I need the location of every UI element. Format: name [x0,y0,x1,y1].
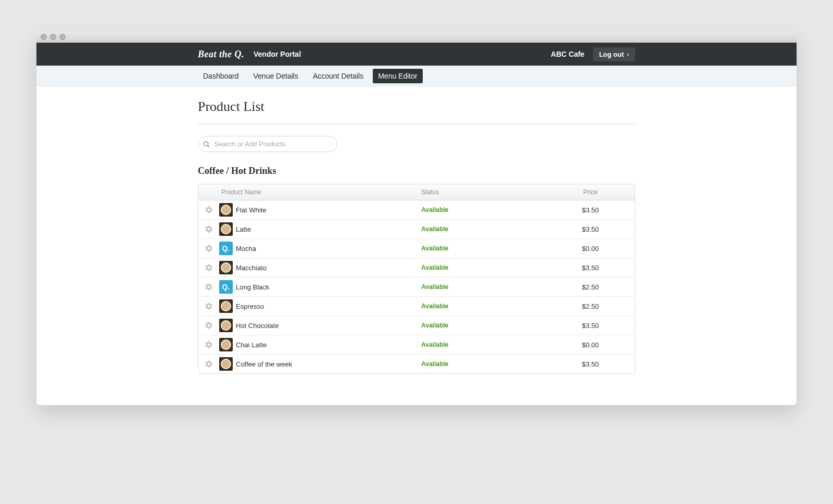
table-row[interactable]: EspressoAvailable$2.50 [198,297,635,316]
product-price: $3.50 [546,264,635,272]
table-row[interactable]: Q.MochaAvailable$0.00 [198,239,635,258]
gear-icon[interactable] [205,263,213,272]
product-price: $3.50 [546,360,635,368]
svg-line-1 [208,145,209,147]
table-row[interactable]: Chai LatteAvailable$0.00 [198,335,635,355]
logout-button[interactable]: Log out › [593,47,635,61]
table-row[interactable]: LatteAvailable$3.50 [198,220,635,239]
product-price: $3.50 [546,225,635,233]
product-name: Macchiato [236,264,267,272]
status-badge: Available [421,225,546,233]
nav-item-account-details[interactable]: Account Details [308,69,369,83]
status-badge: Available [421,245,546,252]
product-name: Long Black [236,283,269,291]
status-badge: Available [421,322,546,329]
header-product-name: Product Name [219,188,421,196]
search-input[interactable] [198,136,337,152]
svg-point-0 [204,142,208,146]
table-header: Product Name Status Price [198,184,635,200]
product-price: $0.00 [546,245,635,253]
main-content: Product List Coffee / Hot Drinks Product… [198,86,635,405]
gear-icon[interactable] [205,360,213,368]
nav-item-venue-details[interactable]: Venue Details [248,69,304,83]
nav-item-menu-editor[interactable]: Menu Editor [373,69,422,83]
product-thumbnail [219,338,233,351]
topbar: Beat the Q. Vendor Portal ABC Cafe Log o… [36,43,797,66]
status-badge: Available [421,303,546,310]
header-status: Status [421,188,546,196]
product-thumbnail [219,222,233,236]
gear-icon[interactable] [205,225,213,233]
product-thumbnail [219,319,233,332]
product-thumbnail: Q. [219,280,233,294]
window-titlebar [36,31,797,43]
gear-icon[interactable] [205,341,213,349]
portal-label: Vendor Portal [254,50,301,58]
product-thumbnail [219,299,233,313]
window-zoom-icon[interactable] [59,34,66,40]
gear-icon[interactable] [205,302,213,310]
table-row[interactable]: Q.Long BlackAvailable$2.50 [198,278,635,297]
product-name: Coffee of the week [236,360,292,368]
category-title: Coffee / Hot Drinks [198,166,635,177]
search-wrap [198,136,337,152]
nav-item-dashboard[interactable]: Dashboard [198,69,244,83]
window-close-icon[interactable] [41,34,47,40]
product-name: Chai Latte [236,341,267,349]
status-badge: Available [421,283,546,291]
gear-icon[interactable] [205,206,213,214]
product-price: $2.50 [546,283,635,291]
product-price: $3.50 [546,322,635,330]
window-minimize-icon[interactable] [50,34,56,40]
divider [198,124,635,124]
product-name: Mocha [236,245,256,253]
product-name: Hot Chocolate [236,322,279,330]
vendor-name: ABC Cafe [551,50,585,58]
status-badge: Available [421,341,546,348]
product-name: Latte [236,225,251,233]
main-nav: DashboardVenue DetailsAccount DetailsMen… [36,66,797,86]
app-window: Beat the Q. Vendor Portal ABC Cafe Log o… [36,31,797,405]
gear-icon[interactable] [205,283,213,291]
status-badge: Available [421,360,546,368]
table-row[interactable]: MacchiatoAvailable$3.50 [198,258,635,278]
product-thumbnail [219,357,233,371]
table-row[interactable]: Hot ChocolateAvailable$3.50 [198,316,635,335]
product-price: $0.00 [546,341,635,349]
search-icon [203,141,210,147]
header-price: Price [546,188,635,196]
product-name: Flat White [236,206,267,214]
product-name: Espresso [236,303,264,310]
table-row[interactable]: Coffee of the weekAvailable$3.50 [198,355,635,373]
gear-icon[interactable] [205,244,213,253]
status-badge: Available [421,206,546,213]
chevron-right-icon: › [627,51,629,57]
brand-logo: Beat the Q. [198,49,244,60]
page-title: Product List [198,99,635,115]
product-thumbnail: Q. [219,242,233,255]
product-price: $2.50 [546,303,635,310]
logout-label: Log out [599,51,624,58]
product-thumbnail [219,203,233,217]
product-table: Product Name Status Price Flat WhiteAvai… [198,184,635,374]
product-thumbnail [219,261,233,274]
product-price: $3.50 [546,206,635,214]
gear-icon[interactable] [205,321,213,330]
table-row[interactable]: Flat WhiteAvailable$3.50 [198,200,635,220]
status-badge: Available [421,264,546,271]
